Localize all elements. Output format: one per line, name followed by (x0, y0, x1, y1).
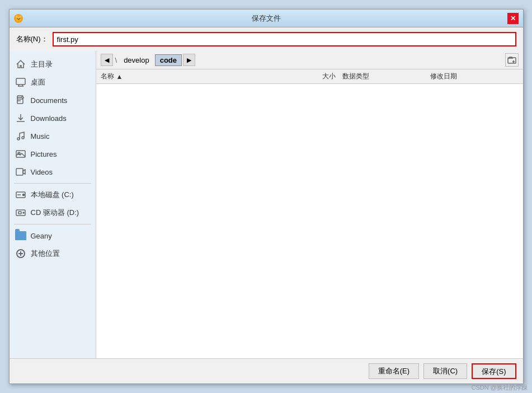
sidebar: 主目录 桌面 (10, 51, 96, 358)
sidebar-label-local-disk-c: 本地磁盘 (C:) (31, 190, 74, 200)
sidebar-label-pictures: Pictures (31, 150, 57, 158)
filename-input[interactable] (53, 32, 516, 46)
col-header-type[interactable]: 数据类型 (342, 72, 431, 81)
app-icon: 🐱 (14, 14, 23, 23)
sidebar-label-desktop: 桌面 (31, 77, 45, 87)
close-button[interactable]: ✕ (507, 13, 519, 24)
sidebar-item-documents[interactable]: Documents (10, 91, 96, 109)
desktop-icon (15, 77, 26, 88)
sidebar-item-other[interactable]: 其他位置 (10, 245, 96, 263)
geany-folder-icon (15, 230, 26, 241)
sidebar-divider-2 (14, 224, 91, 224)
svg-point-12 (22, 194, 24, 196)
music-icon (15, 130, 26, 142)
new-folder-button[interactable] (505, 53, 519, 67)
pictures-icon (15, 148, 26, 160)
sidebar-label-geany: Geany (31, 232, 52, 240)
sidebar-divider (14, 183, 91, 184)
home-icon (15, 59, 26, 70)
col-header-size[interactable]: 大小 (277, 72, 342, 81)
col-header-name[interactable]: 名称 ▲ (101, 72, 277, 81)
filename-row: 名称(N)： (10, 27, 523, 51)
back-button[interactable]: ◀ (101, 54, 113, 66)
sidebar-item-desktop[interactable]: 桌面 (10, 73, 96, 91)
videos-icon (15, 166, 26, 177)
sidebar-item-geany[interactable]: Geany (10, 227, 96, 245)
svg-rect-10 (16, 169, 23, 175)
svg-rect-15 (18, 212, 21, 214)
local-disk-c-icon (15, 189, 26, 200)
breadcrumb-develop[interactable]: develop (119, 55, 154, 66)
cd-drive-d-icon (15, 207, 26, 218)
sidebar-label-music: Music (31, 132, 50, 141)
sort-icon: ▲ (116, 73, 123, 81)
sidebar-item-home[interactable]: 主目录 (10, 55, 96, 73)
svg-rect-0 (16, 78, 25, 85)
svg-point-7 (22, 137, 24, 139)
sidebar-label-downloads: Downloads (31, 114, 67, 123)
sidebar-item-music[interactable]: Music (10, 127, 96, 145)
sidebar-item-cd-drive-d[interactable]: CD 驱动器 (D:) (10, 204, 96, 222)
sidebar-label-other: 其他位置 (31, 249, 60, 259)
rename-button[interactable]: 重命名(E) (369, 363, 419, 379)
file-list (96, 84, 523, 88)
content-area: ◀ \ develop code ▶ 名称 ▲ (96, 51, 523, 358)
filename-label: 名称(N)： (16, 34, 48, 44)
svg-point-6 (17, 138, 20, 140)
sidebar-label-videos: Videos (31, 168, 53, 176)
sidebar-label-cd-drive-d: CD 驱动器 (D:) (31, 208, 79, 218)
breadcrumb-bar: ◀ \ develop code ▶ (96, 51, 523, 69)
downloads-icon (15, 113, 26, 124)
bottom-bar: 重命名(E) 取消(C) 保存(S) (10, 358, 523, 383)
sidebar-item-pictures[interactable]: Pictures (10, 145, 96, 163)
breadcrumb-sep: \ (114, 56, 119, 64)
save-button[interactable]: 保存(S) (472, 363, 516, 379)
cancel-button[interactable]: 取消(C) (423, 363, 467, 379)
save-dialog: 🐱 保存文件 ✕ 名称(N)： 主目录 (9, 9, 524, 384)
file-table-header: 名称 ▲ 大小 数据类型 修改日期 (96, 69, 523, 84)
svg-point-16 (23, 212, 24, 213)
sidebar-item-local-disk-c[interactable]: 本地磁盘 (C:) (10, 186, 96, 204)
plus-icon (15, 248, 26, 259)
title-bar-left: 🐱 (14, 14, 23, 23)
breadcrumb-code[interactable]: code (155, 54, 182, 66)
sidebar-label-home: 主目录 (31, 59, 53, 69)
new-folder-icon (507, 55, 516, 64)
main-area: 主目录 桌面 (10, 51, 523, 358)
col-header-date[interactable]: 修改日期 (430, 72, 519, 81)
sidebar-item-downloads[interactable]: Downloads (10, 109, 96, 127)
dialog-title: 保存文件 (252, 13, 281, 24)
title-bar: 🐱 保存文件 ✕ (10, 10, 523, 27)
forward-button[interactable]: ▶ (183, 54, 195, 66)
documents-icon (15, 95, 26, 106)
sidebar-label-documents: Documents (31, 96, 68, 105)
watermark: CSDN @换社的浮躁 (472, 383, 528, 392)
sidebar-item-videos[interactable]: Videos (10, 163, 96, 181)
